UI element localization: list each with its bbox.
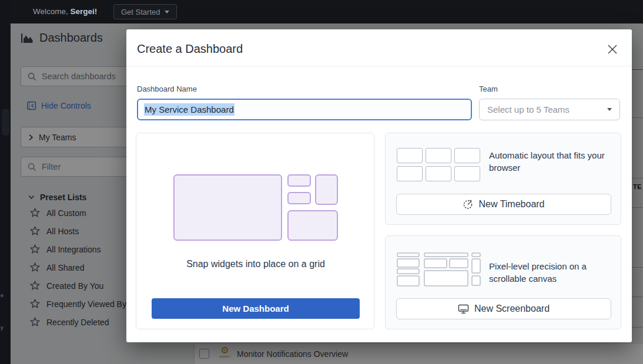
timeboard-caption: Automatic layout that fits your browser <box>489 149 614 174</box>
nav-label-fragment: y <box>1 325 4 331</box>
welcome-username: Sergei! <box>71 7 98 16</box>
team-label: Team <box>479 85 498 93</box>
nav-label-fragment: e <box>1 292 4 298</box>
top-bar: Welcome, Sergei! Get Started <box>11 0 643 23</box>
welcome-text: Welcome, Sergei! <box>33 7 97 16</box>
screenboard-card: Pixel-level precision on a scrollable ca… <box>385 235 621 329</box>
caret-down-icon <box>607 108 612 111</box>
timeboard-card: Automatic layout that fits your browser … <box>385 133 621 225</box>
modal-header-divider <box>126 66 632 66</box>
timeboard-clock-icon <box>463 199 473 210</box>
grid-card-caption: Snap widgets into place on a grid <box>136 259 375 269</box>
new-timeboard-button[interactable]: New Timeboard <box>396 194 611 215</box>
grid-layout-illustration <box>173 174 338 241</box>
team-select[interactable]: Select up to 5 Teams <box>479 99 620 120</box>
dashboard-name-label: Dashboard Name <box>137 85 197 93</box>
screenboard-monitor-icon <box>458 304 469 314</box>
main-nav-strip: e y <box>0 0 11 364</box>
get-started-button[interactable]: Get Started <box>113 4 177 19</box>
nav-highlight <box>2 109 9 136</box>
new-screenboard-button[interactable]: New Screenboard <box>396 298 611 319</box>
grid-dashboard-card: Snap widgets into place on a grid New Da… <box>136 133 374 329</box>
new-dashboard-button[interactable]: New Dashboard <box>152 298 360 319</box>
team-placeholder: Select up to 5 Teams <box>487 105 570 114</box>
free-layout-illustration <box>397 252 481 287</box>
caret-down-icon <box>165 11 169 14</box>
modal-title: Create a Dashboard <box>137 42 243 56</box>
screenboard-caption: Pixel-level precision on a scrollable ca… <box>489 260 609 285</box>
selected-text: My Service Dashboard <box>144 103 235 116</box>
dashboard-name-input[interactable]: My Service Dashboard <box>137 99 472 120</box>
close-icon[interactable] <box>607 43 618 55</box>
create-dashboard-modal: Create a Dashboard Dashboard Name My Ser… <box>126 29 632 342</box>
auto-layout-illustration <box>397 148 481 181</box>
